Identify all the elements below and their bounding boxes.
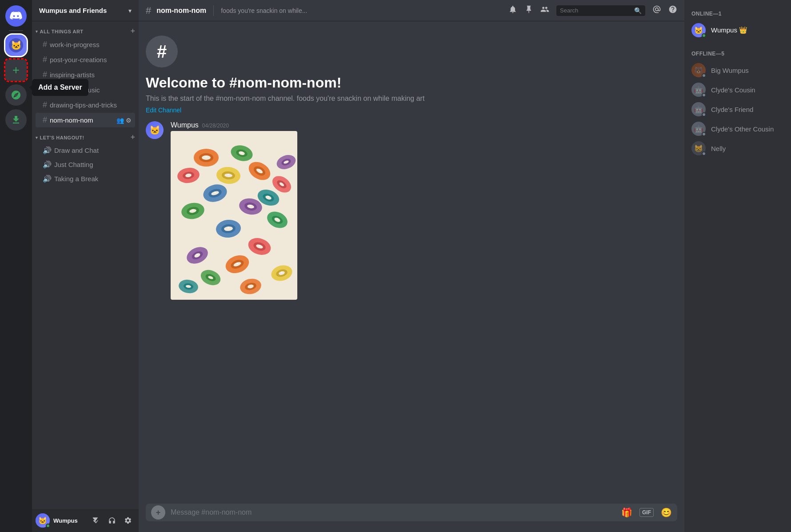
channel-welcome-title: Welcome to #nom-nom-nom! bbox=[146, 75, 677, 91]
deafen-button[interactable] bbox=[105, 513, 119, 528]
edit-channel-link[interactable]: Edit Channel bbox=[146, 107, 181, 114]
member-status-offline bbox=[702, 132, 706, 136]
member-big-wumpus[interactable]: 🐻 Big Wumpus bbox=[688, 60, 787, 80]
channel-sidebar: Wumpus and Friends ▾ ▾ ALL THINGS ART + … bbox=[32, 0, 139, 532]
channel-hash-icon: # bbox=[43, 115, 47, 125]
member-name-big-wumpus: Big Wumpus bbox=[711, 67, 749, 74]
channel-hash-icon: # bbox=[43, 55, 47, 64]
channel-header-topic: foods you're snackin on while... bbox=[221, 7, 503, 14]
svg-point-71 bbox=[259, 245, 260, 246]
svg-point-69 bbox=[228, 227, 229, 229]
category-label-hangout: ▾ LET'S HANGOUT! bbox=[36, 135, 84, 140]
server-header[interactable]: Wumpus and Friends ▾ bbox=[32, 0, 139, 21]
svg-point-70 bbox=[276, 218, 278, 220]
user-status-indicator bbox=[46, 524, 50, 528]
member-list-icon[interactable] bbox=[540, 5, 549, 16]
svg-point-61 bbox=[205, 156, 207, 158]
user-avatar[interactable]: 🐱 bbox=[36, 513, 50, 528]
member-nelly[interactable]: 😸 Nelly bbox=[688, 139, 787, 158]
member-clydes-cousin[interactable]: 🤖 Clyde's Cousin bbox=[688, 80, 787, 99]
channel-motivating-music[interactable]: # motivating-music bbox=[36, 83, 135, 97]
svg-point-64 bbox=[228, 174, 229, 175]
attach-file-button[interactable]: + bbox=[151, 505, 165, 520]
message-header: Wumpus 04/28/2020 bbox=[171, 121, 677, 129]
member-clydes-friend[interactable]: 🤖 Clyde's Friend bbox=[688, 99, 787, 119]
user-settings-button[interactable] bbox=[121, 513, 135, 528]
channel-action-icons: 👥 ⚙ bbox=[116, 117, 132, 124]
member-name-clydes-other-cousin: Clyde's Other Cousin bbox=[711, 125, 774, 133]
member-status-offline bbox=[702, 151, 706, 156]
voice-channel-icon: 🔊 bbox=[43, 175, 52, 183]
channel-post-your-creations[interactable]: # post-your-creations bbox=[36, 52, 135, 67]
message-author-name: Wumpus bbox=[171, 121, 199, 129]
message-input-box: + 🎁 GIF 😊 bbox=[146, 504, 677, 521]
current-user-name: Wumpus bbox=[53, 517, 85, 524]
add-member-to-channel-icon[interactable]: 👥 bbox=[116, 117, 124, 124]
message-group: 🐱 Wumpus 04/28/2020 bbox=[139, 118, 684, 303]
member-avatar-clydes-friend: 🤖 bbox=[691, 102, 706, 116]
channel-work-in-progress[interactable]: # work-in-progress bbox=[36, 37, 135, 52]
emoji-picker-icon[interactable]: 😊 bbox=[661, 507, 672, 518]
channel-header-name: nom-nom-nom bbox=[156, 7, 206, 15]
gif-button[interactable]: GIF bbox=[639, 508, 654, 517]
notifications-icon[interactable] bbox=[508, 5, 517, 16]
svg-point-73 bbox=[236, 262, 238, 264]
channel-just-chatting[interactable]: 🔊 Just Chatting bbox=[36, 158, 135, 171]
channel-inspiring-artists[interactable]: # inspiring-artists bbox=[36, 67, 135, 82]
channel-welcome-icon: # bbox=[146, 36, 178, 67]
message-author-avatar[interactable]: 🐱 bbox=[146, 121, 164, 139]
search-input[interactable] bbox=[560, 7, 631, 14]
inbox-icon[interactable] bbox=[652, 5, 661, 16]
server-dropdown-chevron: ▾ bbox=[128, 7, 132, 14]
member-avatar-clydes-other-cousin: 🤖 bbox=[691, 122, 706, 136]
voice-channel-icon: 🔊 bbox=[43, 160, 52, 169]
category-add-hangout[interactable]: + bbox=[130, 133, 135, 142]
server-icon-discord-home[interactable] bbox=[5, 5, 27, 27]
member-name-clydes-friend: Clyde's Friend bbox=[711, 106, 753, 113]
category-label-art: ▾ ALL THINGS ART bbox=[36, 29, 84, 34]
server-icon-download-apps[interactable] bbox=[5, 109, 27, 131]
member-avatar-nelly: 😸 bbox=[691, 141, 706, 155]
svg-point-62 bbox=[241, 152, 243, 154]
message-input-icons: 🎁 GIF 😊 bbox=[621, 507, 672, 518]
channel-list: ▾ ALL THINGS ART + # work-in-progress # … bbox=[32, 21, 139, 509]
message-content: Wumpus 04/28/2020 bbox=[171, 121, 677, 300]
channel-drawing-tips-and-tricks[interactable]: # drawing-tips-and-tricks bbox=[36, 98, 135, 112]
search-icon: 🔍 bbox=[634, 7, 642, 14]
channel-header: # nom-nom-nom foods you're snackin on wh… bbox=[139, 0, 684, 21]
user-info: Wumpus bbox=[53, 517, 85, 524]
user-area: 🐱 Wumpus bbox=[32, 509, 139, 532]
voice-channel-icon: 🔊 bbox=[43, 146, 52, 155]
search-bar[interactable]: 🔍 bbox=[556, 5, 645, 16]
category-lets-hangout[interactable]: ▾ LET'S HANGOUT! + bbox=[32, 131, 139, 143]
channel-draw-and-chat[interactable]: 🔊 Draw and Chat bbox=[36, 143, 135, 157]
category-add-art[interactable]: + bbox=[130, 27, 135, 36]
channel-nom-nom-nom[interactable]: # nom-nom-nom 👥 ⚙ bbox=[36, 113, 135, 127]
message-image-attachment[interactable] bbox=[171, 131, 297, 300]
channel-settings-icon[interactable]: ⚙ bbox=[126, 117, 132, 124]
svg-point-66 bbox=[250, 205, 252, 206]
member-status-online bbox=[702, 33, 706, 38]
channel-taking-a-break[interactable]: 🔊 Taking a Break bbox=[36, 172, 135, 186]
category-all-things-art[interactable]: ▾ ALL THINGS ART + bbox=[32, 25, 139, 37]
server-icon-explore-public[interactable] bbox=[5, 84, 27, 106]
messages-area: # Welcome to #nom-nom-nom! This is the s… bbox=[139, 21, 684, 504]
mute-button[interactable] bbox=[89, 513, 103, 528]
message-text-input[interactable] bbox=[171, 504, 616, 521]
category-arrow-hangout: ▾ bbox=[36, 135, 38, 140]
header-divider bbox=[213, 5, 214, 16]
channel-hash-icon: # bbox=[43, 85, 47, 95]
offline-members-category: OFFLINE—5 bbox=[688, 47, 787, 59]
member-wumpus[interactable]: 🐱 Wumpus 👑 bbox=[688, 20, 787, 40]
main-content: # nom-nom-nom foods you're snackin on wh… bbox=[139, 0, 684, 532]
message-input-area: + 🎁 GIF 😊 bbox=[139, 504, 684, 532]
svg-point-67 bbox=[268, 196, 269, 198]
gift-icon[interactable]: 🎁 bbox=[621, 507, 632, 518]
help-icon[interactable] bbox=[668, 5, 677, 16]
svg-point-74 bbox=[281, 271, 283, 273]
pinned-messages-icon[interactable] bbox=[524, 5, 533, 16]
server-icon-add[interactable]: + bbox=[5, 60, 27, 81]
svg-point-63 bbox=[259, 169, 260, 171]
server-icon-wumpus[interactable]: 🐱 bbox=[5, 35, 27, 56]
member-clydes-other-cousin[interactable]: 🤖 Clyde's Other Cousin bbox=[688, 119, 787, 139]
